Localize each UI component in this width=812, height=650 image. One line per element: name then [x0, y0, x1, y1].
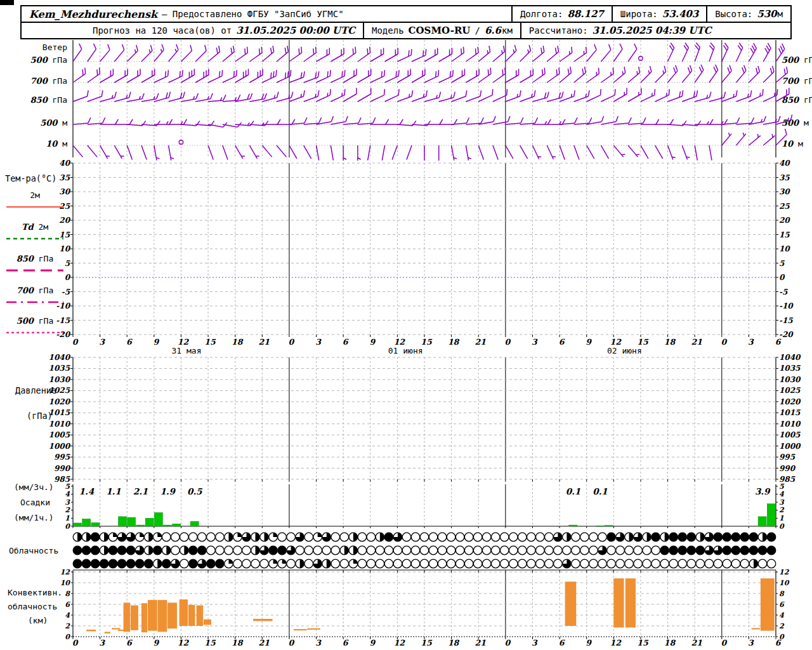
- svg-text:0: 0: [65, 522, 70, 531]
- svg-text:1005: 1005: [49, 430, 70, 439]
- svg-text:-5: -5: [62, 288, 70, 296]
- wind-level-label-left: 10 м: [46, 139, 67, 149]
- svg-text:5: 5: [779, 259, 785, 268]
- precip-3h-value: 1.9: [160, 486, 176, 496]
- wind-level-4: [73, 129, 787, 161]
- convective-bar: [307, 628, 320, 630]
- svg-text:3: 3: [99, 337, 105, 347]
- precip-3h-value: 3.9: [755, 486, 771, 496]
- precip-bar: [154, 513, 162, 526]
- wind-level-label-left: 700 гПа: [30, 76, 67, 86]
- legend-item-t2m: 2м: [6, 190, 63, 207]
- convective-bar: [188, 605, 195, 626]
- svg-text:0: 0: [721, 638, 727, 647]
- precip-bar: [190, 521, 199, 526]
- svg-text:(км): (км): [28, 616, 48, 625]
- svg-text:8: 8: [65, 590, 70, 598]
- svg-text:21: 21: [691, 638, 702, 647]
- wind-level-label-right: 500 гПа: [782, 55, 812, 65]
- svg-text:20: 20: [59, 216, 70, 225]
- svg-text:30: 30: [779, 187, 790, 196]
- wind-level-label-left: 500 м: [40, 118, 67, 128]
- precip-bar: [82, 519, 91, 526]
- convective-bar: [141, 603, 147, 632]
- svg-text:0: 0: [65, 273, 71, 282]
- svg-text:1025: 1025: [779, 386, 801, 395]
- precip-bar: [74, 523, 82, 526]
- svg-text:0: 0: [65, 633, 70, 641]
- svg-text:-15: -15: [779, 316, 793, 325]
- svg-text:0: 0: [72, 638, 79, 647]
- svg-text:(гПа): (гПа): [27, 411, 53, 421]
- svg-text:1: 1: [779, 514, 784, 522]
- precip-bar: [128, 517, 136, 526]
- svg-text:18: 18: [664, 638, 676, 647]
- precip-bar: [596, 526, 604, 526]
- svg-text:500 гПа: 500 гПа: [16, 316, 53, 326]
- legend-item-t850: 850 гПа: [6, 254, 63, 270]
- svg-text:12: 12: [394, 337, 406, 347]
- svg-text:облачность: облачность: [8, 602, 57, 611]
- svg-text:0: 0: [289, 638, 295, 647]
- precip-panel-title: Осадки: [20, 498, 50, 507]
- svg-text:3: 3: [748, 638, 754, 647]
- svg-text:5: 5: [65, 482, 70, 491]
- svg-text:12: 12: [610, 638, 622, 647]
- svg-text:12: 12: [60, 568, 71, 576]
- svg-text:15: 15: [421, 337, 433, 347]
- precip-bar: [173, 524, 181, 526]
- wind-level-label-right: 700 гПа: [782, 76, 812, 86]
- svg-text:1030: 1030: [49, 375, 71, 384]
- svg-text:990: 990: [54, 464, 71, 473]
- svg-text:1020: 1020: [49, 397, 71, 406]
- meteogram-chart: 1.41.12.11.90.50.10.13.9Ветер500 гПа500 …: [0, 0, 812, 650]
- svg-text:6: 6: [775, 337, 782, 347]
- svg-text:15: 15: [204, 337, 216, 347]
- precip-bar: [145, 518, 154, 526]
- svg-text:15: 15: [59, 230, 70, 239]
- convective-bar: [180, 599, 188, 626]
- svg-text:3: 3: [748, 337, 754, 347]
- cloud-row-0: [73, 533, 776, 541]
- svg-text:20: 20: [779, 216, 790, 225]
- svg-text:-5: -5: [779, 288, 788, 296]
- svg-text:6: 6: [559, 638, 565, 647]
- wind-level-label-right: 10 м: [782, 139, 803, 149]
- precip-3h-value: 0.5: [187, 486, 203, 496]
- svg-text:40: 40: [779, 159, 790, 168]
- svg-text:0: 0: [779, 273, 785, 282]
- svg-text:995: 995: [54, 453, 70, 461]
- svg-text:40: 40: [59, 159, 70, 168]
- convective-bar: [86, 630, 96, 632]
- precip-bar: [164, 525, 172, 526]
- convective-bar: [752, 628, 760, 629]
- svg-text:-10: -10: [779, 302, 794, 310]
- convective-bar: [253, 619, 272, 621]
- svg-text:-20: -20: [779, 330, 794, 339]
- cloud-panel-title: Облачность: [9, 546, 58, 555]
- svg-text:4: 4: [779, 611, 784, 620]
- svg-text:700 гПа: 700 гПа: [16, 286, 53, 295]
- svg-text:1020: 1020: [779, 397, 801, 406]
- svg-text:6: 6: [775, 638, 782, 647]
- legend-item-td2m: Td 2м: [6, 222, 63, 239]
- svg-text:1010: 1010: [779, 420, 801, 428]
- svg-text:25: 25: [779, 202, 790, 211]
- convective-panel: [86, 578, 774, 633]
- wind-level-1: [73, 65, 787, 83]
- svg-text:1035: 1035: [49, 364, 70, 373]
- precip-3h-value: 0.1: [593, 486, 608, 496]
- wind-level-label-left: 500 гПа: [30, 55, 67, 65]
- svg-text:18: 18: [664, 337, 676, 347]
- svg-text:1000: 1000: [779, 442, 801, 451]
- convective-bar: [118, 630, 124, 631]
- svg-text:6: 6: [343, 337, 349, 347]
- svg-text:2м: 2м: [30, 190, 40, 200]
- svg-text:15: 15: [421, 638, 433, 647]
- svg-text:6: 6: [559, 337, 565, 347]
- convective-bar: [112, 628, 120, 629]
- wind-level-label-left: 850 гПа: [30, 95, 67, 105]
- convective-bar: [197, 606, 204, 626]
- svg-text:2: 2: [65, 506, 70, 514]
- svg-text:0: 0: [289, 337, 295, 347]
